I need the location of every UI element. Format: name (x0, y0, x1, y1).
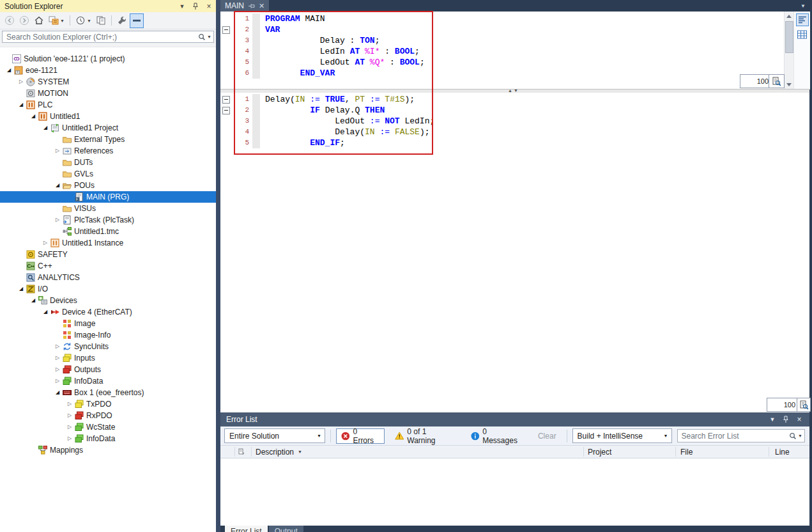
tree-item-eoe-1121[interactable]: ◢eoe-1121 (0, 65, 216, 76)
close-icon[interactable]: × (795, 415, 804, 424)
tree-item-external-types[interactable]: External Types (0, 134, 216, 145)
declaration-editor[interactable]: 1PROGRAM MAIN2VAR3 Delay : TON;4 LedIn A… (220, 12, 784, 91)
clear-button[interactable]: Clear (533, 428, 562, 444)
breakpoint-margin[interactable] (252, 127, 260, 137)
splitter-handle-icon[interactable]: ▲▼ (508, 88, 519, 93)
fold-marker[interactable] (220, 24, 232, 35)
column-description[interactable]: Description ▼ (256, 446, 302, 458)
scroll-up-icon[interactable] (786, 15, 792, 18)
column-project[interactable]: Project (588, 446, 611, 458)
code-line[interactable]: 2 IF Delay.Q THEN (220, 105, 809, 116)
expand-expander-icon[interactable]: ▷ (17, 76, 26, 88)
tree-item-device-4-ethercat[interactable]: ◢Device 4 (EtherCAT) (0, 306, 216, 318)
expand-expander-icon[interactable]: ▷ (53, 214, 62, 226)
collapse-expander-icon[interactable]: ◢ (53, 387, 62, 398)
collapse-expander-icon[interactable]: ◢ (41, 122, 50, 134)
code-line[interactable]: 3 Delay : TON; (220, 35, 784, 46)
error-list-titlebar[interactable]: Error List ▼ × (220, 412, 809, 426)
switch-views-button[interactable]: ▼ (47, 13, 66, 28)
declaration-zoom-icon[interactable] (769, 74, 785, 88)
tree-item-motion[interactable]: MOTION (0, 88, 216, 99)
search-options-caret-icon[interactable]: ▼ (207, 35, 211, 39)
forward-button[interactable] (17, 13, 31, 28)
tree-item-rxpdo[interactable]: ▷RxPDO (0, 410, 216, 421)
tree-item-inputs[interactable]: ▷Inputs (0, 352, 216, 364)
tree-item-c[interactable]: C++ (0, 260, 216, 272)
tab-close-icon[interactable]: ✕ (259, 0, 264, 12)
collapse-expander-icon[interactable]: ◢ (17, 99, 26, 111)
close-icon[interactable]: × (204, 2, 213, 11)
panel-splitter[interactable] (216, 0, 220, 532)
tree-item-untitled1-tmc[interactable]: Untitled1.tmc (0, 226, 216, 237)
window-position-icon[interactable]: ▼ (768, 415, 777, 424)
textual-view-icon[interactable] (796, 13, 809, 26)
collapse-fold-icon[interactable] (222, 96, 230, 104)
tree-item-infodata[interactable]: ▷InfoData (0, 375, 216, 387)
error-list-body[interactable] (220, 458, 809, 526)
tree-item-box-1-eoe-freertos[interactable]: ◢Box 1 (eoe_freertos) (0, 387, 216, 398)
tree-item-image[interactable]: Image (0, 318, 216, 329)
build-filter-dropdown[interactable]: Build + IntelliSense ▼ (572, 428, 672, 443)
auto-hide-pin-icon[interactable] (781, 415, 790, 424)
errors-filter-button[interactable]: 0 Errors (336, 428, 385, 444)
window-position-icon[interactable]: ▼ (178, 2, 187, 11)
sync-with-active-document-button[interactable] (94, 13, 108, 28)
tree-item-references[interactable]: ▷References (0, 145, 216, 157)
tree-item-duts[interactable]: DUTs (0, 157, 216, 168)
expand-expander-icon[interactable]: ▷ (53, 341, 62, 352)
tree-item-image-info[interactable]: Image-Info (0, 329, 216, 341)
tab-error-list[interactable]: Error List (225, 526, 268, 532)
breakpoint-margin[interactable] (252, 13, 260, 24)
expand-expander-icon[interactable]: ▷ (65, 410, 74, 421)
expand-expander-icon[interactable]: ▷ (41, 237, 50, 249)
tree-item-txpdo[interactable]: ▷TxPDO (0, 398, 216, 410)
collapse-expander-icon[interactable]: ◢ (17, 283, 26, 295)
tree-item-system[interactable]: ▷SYSTEM (0, 76, 216, 88)
breakpoint-margin[interactable] (252, 57, 260, 68)
properties-button[interactable] (115, 13, 129, 28)
collapse-expander-icon[interactable]: ◢ (29, 295, 38, 306)
expand-expander-icon[interactable]: ▷ (65, 421, 74, 433)
code-line[interactable]: 4 Delay(IN := FALSE); (220, 127, 809, 137)
code-line[interactable]: 5 LedOut AT %Q* : BOOL; (220, 57, 784, 68)
tab-main[interactable]: MAIN ✕ (220, 0, 269, 12)
auto-hide-pin-icon[interactable] (191, 2, 200, 11)
fold-marker[interactable] (220, 94, 232, 105)
collapse-expander-icon[interactable]: ◢ (4, 65, 13, 76)
error-search-input[interactable] (682, 432, 790, 441)
expand-expander-icon[interactable]: ▷ (53, 375, 62, 387)
breakpoint-margin[interactable] (252, 105, 260, 116)
error-search-box[interactable]: ▼ (677, 429, 806, 442)
tabular-view-icon[interactable] (797, 29, 808, 40)
expand-expander-icon[interactable]: ▷ (53, 352, 62, 364)
collapse-expander-icon[interactable]: ◢ (53, 180, 62, 191)
tree-item-gvls[interactable]: GVLs (0, 168, 216, 180)
tab-output[interactable]: Output (269, 526, 303, 532)
collapse-fold-icon[interactable] (222, 107, 230, 114)
pending-changes-filter-button[interactable]: ▼ (73, 13, 93, 28)
preview-selected-items-button[interactable] (130, 13, 144, 28)
expand-expander-icon[interactable]: ▷ (53, 364, 62, 375)
messages-filter-button[interactable]: 0 Messages (466, 428, 528, 444)
expand-expander-icon[interactable]: ▷ (53, 145, 62, 157)
scroll-thumb[interactable] (785, 21, 793, 53)
tree-item-i-o[interactable]: ◢I/O (0, 283, 216, 295)
tree-item-untitled1-instance[interactable]: ▷Untitled1 Instance (0, 237, 216, 249)
tab-overflow-caret-icon[interactable]: ▼ (801, 3, 806, 9)
breakpoint-margin[interactable] (252, 24, 260, 35)
expand-expander-icon[interactable]: ▷ (65, 433, 74, 444)
home-button[interactable] (32, 13, 46, 28)
warnings-filter-button[interactable]: 0 of 1 Warning (390, 428, 461, 444)
breakpoint-margin[interactable] (252, 137, 260, 148)
tab-pin-icon[interactable] (248, 3, 255, 9)
tree-item-infodata[interactable]: ▷InfoData (0, 433, 216, 444)
expand-expander-icon[interactable]: ▷ (65, 398, 74, 410)
code-line[interactable]: 1Delay(IN := TRUE, PT := T#1S); (220, 94, 809, 105)
back-button[interactable] (3, 13, 17, 28)
scope-dropdown[interactable]: Entire Solution ▼ (224, 428, 325, 443)
scroll-down-icon[interactable] (786, 83, 792, 86)
collapse-expander-icon[interactable]: ◢ (41, 306, 50, 318)
sort-caret-icon[interactable]: ▼ (298, 450, 302, 454)
breakpoint-margin[interactable] (252, 35, 260, 46)
code-line[interactable]: 5 END_IF; (220, 137, 809, 148)
